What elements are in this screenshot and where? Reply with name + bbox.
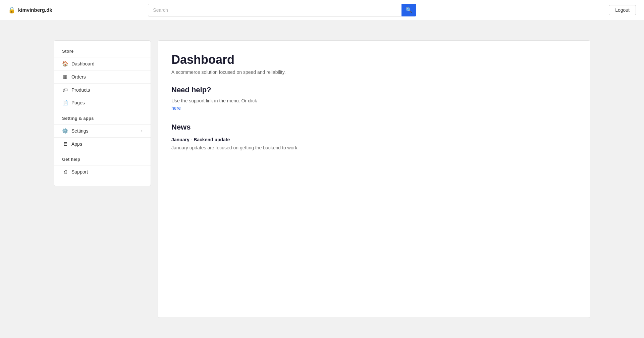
sidebar-section-title-settings: Setting & apps xyxy=(54,116,151,124)
logo-text: kimvinberg.dk xyxy=(18,7,52,13)
sidebar-section-help: Get help 🖨 Support xyxy=(54,157,151,178)
sidebar-section-title-help: Get help xyxy=(54,157,151,165)
sidebar-item-orders[interactable]: ▦ Orders xyxy=(54,70,151,83)
sidebar-item-pages-label: Pages xyxy=(71,100,143,105)
sidebar-item-settings-label: Settings xyxy=(71,128,138,134)
chevron-right-icon: › xyxy=(141,129,143,133)
need-help-title: Need help? xyxy=(171,86,577,94)
sidebar-section-store: Store 🏠 Dashboard ▦ Orders 🏷 Products 📄 … xyxy=(54,49,151,109)
news-item: January - Backend update January updates… xyxy=(171,137,577,150)
search-icon: 🔍 xyxy=(406,7,412,13)
tag-icon: 🏷 xyxy=(62,87,68,93)
sidebar-item-dashboard[interactable]: 🏠 Dashboard xyxy=(54,57,151,70)
sidebar-item-support-label: Support xyxy=(71,169,143,175)
content-panel: Dashboard A ecommerce solution focused o… xyxy=(158,40,590,318)
news-section: News January - Backend update January up… xyxy=(171,123,577,150)
orders-icon: ▦ xyxy=(62,74,68,80)
logo: 🔒 kimvinberg.dk xyxy=(8,6,68,14)
sidebar-item-products-label: Products xyxy=(71,87,143,93)
logout-button[interactable]: Logout xyxy=(609,5,636,15)
search-area: 🔍 xyxy=(148,4,416,16)
need-help-text: Use the support link in the menu. Or cli… xyxy=(171,97,577,112)
sidebar-item-support[interactable]: 🖨 Support xyxy=(54,165,151,178)
need-help-text-content: Use the support link in the menu. Or cli… xyxy=(171,98,257,103)
need-help-link[interactable]: here xyxy=(171,105,181,111)
sidebar-item-dashboard-label: Dashboard xyxy=(71,61,143,66)
home-icon: 🏠 xyxy=(62,61,68,67)
news-item-text: January updates are focused on getting t… xyxy=(171,145,577,150)
sidebar-item-settings[interactable]: ⚙️ Settings › xyxy=(54,124,151,137)
news-item-title: January - Backend update xyxy=(171,137,577,142)
sidebar-section-settings: Setting & apps ⚙️ Settings › 🖥 Apps xyxy=(54,116,151,150)
sidebar-item-products[interactable]: 🏷 Products xyxy=(54,83,151,96)
header-logout-area: Logout xyxy=(576,5,636,15)
sidebar-item-orders-label: Orders xyxy=(71,74,143,80)
lock-icon: 🔒 xyxy=(8,6,15,14)
sidebar-item-apps[interactable]: 🖥 Apps xyxy=(54,137,151,150)
sidebar-section-title-store: Store xyxy=(54,49,151,57)
dashboard-subtitle: A ecommerce solution focused on speed an… xyxy=(171,69,577,75)
search-input[interactable] xyxy=(148,4,401,16)
search-button[interactable]: 🔍 xyxy=(401,4,416,16)
sidebar-item-pages[interactable]: 📄 Pages xyxy=(54,96,151,109)
main-content: Store 🏠 Dashboard ▦ Orders 🏷 Products 📄 … xyxy=(0,20,644,338)
dashboard-title: Dashboard xyxy=(171,53,577,67)
header: 🔒 kimvinberg.dk 🔍 Logout xyxy=(0,0,644,20)
sidebar-item-apps-label: Apps xyxy=(71,141,143,147)
support-icon: 🖨 xyxy=(62,169,68,175)
apps-icon: 🖥 xyxy=(62,141,68,147)
sidebar: Store 🏠 Dashboard ▦ Orders 🏷 Products 📄 … xyxy=(54,40,151,186)
pages-icon: 📄 xyxy=(62,100,68,106)
gear-icon: ⚙️ xyxy=(62,128,68,134)
news-title: News xyxy=(171,123,577,132)
